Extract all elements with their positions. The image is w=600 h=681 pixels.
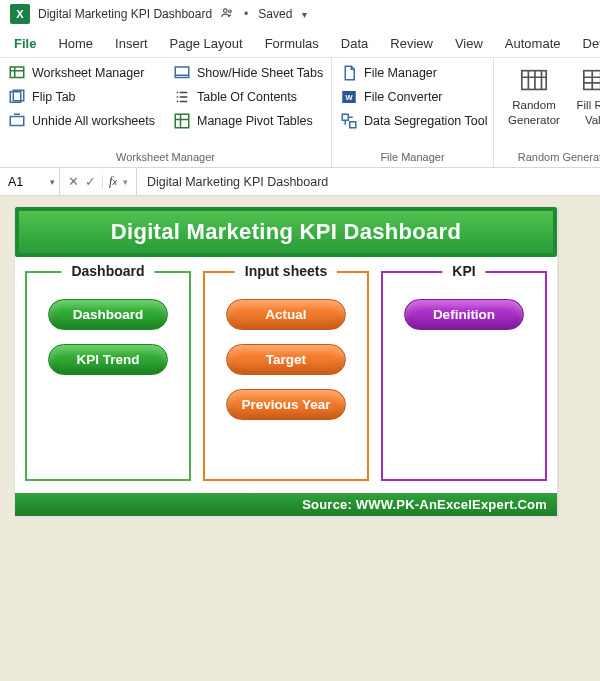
ribbon-group-label: Worksheet Manager: [8, 148, 323, 167]
table-of-contents-button[interactable]: Table Of Contents: [173, 88, 323, 106]
ribbon: Worksheet Manager Flip Tab Unhide All wo…: [0, 58, 600, 168]
group-dashboard: Dashboard Dashboard KPI Trend: [25, 271, 191, 481]
fill-random-values-button[interactable]: Fill Ran Valu: [574, 64, 600, 126]
formula-controls: ✕ ✓ fx ▾: [60, 168, 137, 195]
chevron-down-icon[interactable]: ▾: [50, 177, 55, 187]
nav-definition-button[interactable]: Definition: [404, 299, 524, 330]
grid-icon: [581, 66, 600, 96]
generator-icon: [519, 66, 549, 96]
random-generator-button[interactable]: Random Generator: [502, 64, 566, 126]
tab-insert[interactable]: Insert: [111, 31, 152, 57]
cell-reference: A1: [8, 175, 23, 189]
sheet-tabs-icon: [173, 64, 191, 82]
ribbon-item-label: File Converter: [364, 90, 443, 104]
nav-kpi-trend-button[interactable]: KPI Trend: [48, 344, 168, 375]
ribbon-item-label: Unhide All worksheets: [32, 114, 155, 128]
nav-target-button[interactable]: Target: [226, 344, 346, 375]
manage-pivot-button[interactable]: Manage Pivot Tables: [173, 112, 323, 130]
formula-bar: A1 ▾ ✕ ✓ fx ▾ Digital Marketing KPI Dash…: [0, 168, 600, 196]
tab-home[interactable]: Home: [54, 31, 97, 57]
cancel-icon[interactable]: ✕: [68, 174, 79, 189]
nav-dashboard-button[interactable]: Dashboard: [48, 299, 168, 330]
worksheet-manager-button[interactable]: Worksheet Manager: [8, 64, 155, 82]
unhide-icon: [8, 112, 26, 130]
card-title: Digital Marketing KPI Dashboard: [15, 207, 557, 257]
dashboard-card: Digital Marketing KPI Dashboard Dashboar…: [14, 206, 558, 517]
show-hide-tabs-button[interactable]: Show/Hide Sheet Tabs: [173, 64, 323, 82]
separator: [102, 175, 103, 189]
ribbon-item-label: Flip Tab: [32, 90, 76, 104]
source-bar: Source: WWW.PK-AnExcelExpert.Com: [15, 493, 557, 516]
data-segregation-button[interactable]: Data Segregation Tool: [340, 112, 485, 130]
svg-rect-5: [10, 117, 24, 126]
ribbon-item-label: Worksheet Manager: [32, 66, 144, 80]
ribbon-item-label: File Manager: [364, 66, 437, 80]
enter-icon[interactable]: ✓: [85, 174, 96, 189]
group-boxes: Dashboard Dashboard KPI Trend Input shee…: [15, 257, 557, 493]
title-separator-dot: [242, 7, 250, 21]
ribbon-big-line1: Random: [512, 99, 555, 111]
excel-logo-icon: [10, 4, 30, 24]
ribbon-item-label: Data Segregation Tool: [364, 114, 487, 128]
tab-review[interactable]: Review: [386, 31, 437, 57]
title-bar: Digital Marketing KPI Dashboard Saved ▾: [0, 0, 600, 28]
word-icon: W: [340, 88, 358, 106]
ribbon-group-label: Random Generat: [502, 148, 600, 167]
flip-tab-icon: [8, 88, 26, 106]
group-legend: KPI: [442, 263, 485, 279]
group-legend: Input sheets: [235, 263, 337, 279]
ribbon-big-line2: Generator: [508, 114, 560, 126]
tab-view[interactable]: View: [451, 31, 487, 57]
group-legend: Dashboard: [61, 263, 154, 279]
tab-page-layout[interactable]: Page Layout: [166, 31, 247, 57]
ribbon-item-label: Show/Hide Sheet Tabs: [197, 66, 323, 80]
pivot-icon: [173, 112, 191, 130]
menu-bar: File Home Insert Page Layout Formulas Da…: [0, 28, 600, 58]
nav-actual-button[interactable]: Actual: [226, 299, 346, 330]
ribbon-item-label: Manage Pivot Tables: [197, 114, 313, 128]
people-icon[interactable]: [220, 6, 234, 23]
segregation-icon: [340, 112, 358, 130]
file-icon: [340, 64, 358, 82]
tab-file[interactable]: File: [10, 31, 40, 57]
svg-point-1: [229, 9, 232, 12]
save-status-label: Saved: [258, 7, 292, 21]
ribbon-group-label: File Manager: [340, 148, 485, 167]
name-box[interactable]: A1 ▾: [0, 168, 60, 195]
ribbon-big-line1: Fill Ran: [577, 99, 601, 111]
tab-automate[interactable]: Automate: [501, 31, 565, 57]
tab-formulas[interactable]: Formulas: [261, 31, 323, 57]
worksheet-area[interactable]: Digital Marketing KPI Dashboard Dashboar…: [0, 196, 600, 681]
flip-tab-button[interactable]: Flip Tab: [8, 88, 155, 106]
nav-previous-year-button[interactable]: Previous Year: [226, 389, 346, 420]
ribbon-item-label: Table Of Contents: [197, 90, 297, 104]
group-input-sheets: Input sheets Actual Target Previous Year: [203, 271, 369, 481]
tab-data[interactable]: Data: [337, 31, 372, 57]
svg-text:W: W: [345, 93, 353, 102]
chevron-down-icon[interactable]: ▾: [302, 9, 307, 20]
svg-rect-11: [350, 122, 356, 128]
svg-point-0: [224, 8, 228, 11]
tab-developer[interactable]: Dev: [579, 31, 600, 57]
chevron-down-icon[interactable]: ▾: [123, 177, 128, 187]
group-kpi: KPI Definition: [381, 271, 547, 481]
formula-input[interactable]: Digital Marketing KPI Dashboard: [137, 175, 600, 189]
svg-rect-10: [342, 114, 348, 120]
worksheet-icon: [8, 64, 26, 82]
unhide-worksheets-button[interactable]: Unhide All worksheets: [8, 112, 155, 130]
svg-rect-2: [10, 67, 24, 78]
document-title: Digital Marketing KPI Dashboard: [38, 7, 212, 21]
svg-rect-12: [522, 71, 546, 90]
ribbon-big-line2: Valu: [585, 114, 600, 126]
fx-icon[interactable]: fx: [109, 174, 117, 189]
file-converter-button[interactable]: W File Converter: [340, 88, 485, 106]
list-icon: [173, 88, 191, 106]
file-manager-button[interactable]: File Manager: [340, 64, 485, 82]
svg-rect-7: [175, 114, 189, 128]
